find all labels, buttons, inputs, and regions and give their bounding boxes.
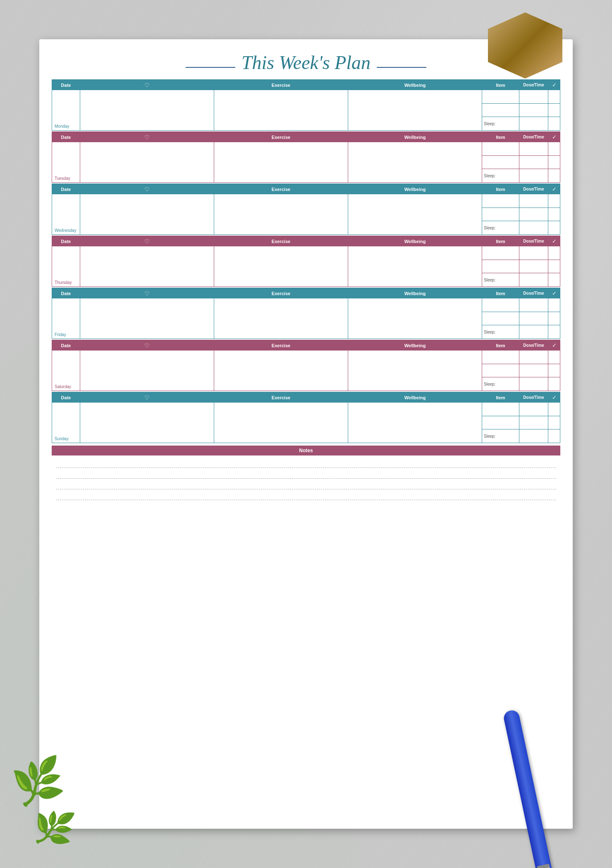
sleep-value[interactable]: [519, 325, 548, 339]
wellbeing-cell-monday[interactable]: [348, 90, 482, 130]
day-body-wednesday: Wednesday Sleep:: [52, 194, 560, 235]
mood-cell-saturday[interactable]: [80, 351, 214, 391]
day-section-monday: Date ♡ Exercise Wellbeing Item Dose/Time…: [52, 79, 560, 131]
title-line-left: [186, 67, 235, 68]
sleep-value[interactable]: [519, 169, 548, 182]
med-check-2[interactable]: [548, 104, 560, 117]
mood-cell-thursday[interactable]: [80, 246, 214, 286]
med-item-1[interactable]: [482, 194, 519, 207]
med-check-2[interactable]: [548, 260, 560, 273]
exercise-cell-saturday[interactable]: [214, 351, 348, 391]
med-item-2[interactable]: [482, 104, 519, 117]
med-item-2[interactable]: [482, 416, 519, 429]
med-dose-1[interactable]: [519, 403, 548, 416]
med-check-2[interactable]: [548, 312, 560, 325]
day-name-monday: Monday: [55, 124, 77, 129]
med-item-2[interactable]: [482, 260, 519, 273]
note-line[interactable]: [56, 469, 556, 479]
med-dose-1[interactable]: [519, 90, 548, 103]
date-cell-thursday[interactable]: Thursday: [52, 246, 80, 286]
med-check-1[interactable]: [548, 351, 560, 364]
med-dose-1[interactable]: [519, 246, 548, 260]
wellbeing-cell-thursday[interactable]: [348, 246, 482, 286]
med-check-2[interactable]: [548, 208, 560, 221]
wellbeing-cell-tuesday[interactable]: [348, 142, 482, 182]
day-body-friday: Friday Sleep:: [52, 298, 560, 339]
sleep-check[interactable]: [548, 117, 560, 130]
sleep-check[interactable]: [548, 377, 560, 391]
med-item-2[interactable]: [482, 364, 519, 377]
exercise-cell-thursday[interactable]: [214, 246, 348, 286]
date-cell-wednesday[interactable]: Wednesday: [52, 194, 80, 234]
med-item-1[interactable]: [482, 246, 519, 260]
mood-cell-wednesday[interactable]: [80, 194, 214, 234]
mood-cell-tuesday[interactable]: [80, 142, 214, 182]
date-cell-tuesday[interactable]: Tuesday: [52, 142, 80, 182]
sleep-check[interactable]: [548, 429, 560, 443]
med-check-2[interactable]: [548, 156, 560, 169]
sleep-value[interactable]: [519, 273, 548, 286]
date-cell-friday[interactable]: Friday: [52, 298, 80, 339]
note-line[interactable]: [56, 490, 556, 500]
med-item-2[interactable]: [482, 208, 519, 221]
med-dose-2[interactable]: [519, 208, 548, 221]
med-dose-2[interactable]: [519, 364, 548, 377]
med-dose-2[interactable]: [519, 416, 548, 429]
header-item-thursday: Item: [482, 236, 519, 246]
med-dose-1[interactable]: [519, 298, 548, 312]
med-row-3-friday: Sleep:: [482, 325, 560, 339]
med-dose-1[interactable]: [519, 194, 548, 207]
note-line[interactable]: [56, 458, 556, 468]
med-check-1[interactable]: [548, 246, 560, 260]
med-dose-2[interactable]: [519, 260, 548, 273]
header-item-saturday: Item: [482, 340, 519, 351]
mood-cell-sunday[interactable]: [80, 403, 214, 443]
med-dose-1[interactable]: [519, 351, 548, 364]
med-item-1[interactable]: [482, 298, 519, 312]
sleep-value[interactable]: [519, 429, 548, 443]
med-item-1[interactable]: [482, 142, 519, 155]
note-line[interactable]: [56, 479, 556, 489]
exercise-cell-monday[interactable]: [214, 90, 348, 130]
med-check-1[interactable]: [548, 298, 560, 312]
mood-cell-friday[interactable]: [80, 298, 214, 339]
med-item-1[interactable]: [482, 403, 519, 416]
date-cell-sunday[interactable]: Sunday: [52, 403, 80, 443]
date-cell-saturday[interactable]: Saturday: [52, 351, 80, 391]
exercise-cell-friday[interactable]: [214, 298, 348, 339]
sleep-value[interactable]: [519, 117, 548, 130]
med-dose-2[interactable]: [519, 312, 548, 325]
med-item-1[interactable]: [482, 351, 519, 364]
wellbeing-cell-saturday[interactable]: [348, 351, 482, 391]
med-item-1[interactable]: [482, 90, 519, 103]
sleep-check[interactable]: [548, 169, 560, 182]
med-check-2[interactable]: [548, 416, 560, 429]
med-check-1[interactable]: [548, 142, 560, 155]
med-dose-1[interactable]: [519, 142, 548, 155]
date-cell-monday[interactable]: Monday: [52, 90, 80, 130]
sleep-check[interactable]: [548, 273, 560, 286]
wellbeing-cell-sunday[interactable]: [348, 403, 482, 443]
sleep-check[interactable]: [548, 221, 560, 234]
day-header-saturday: Date ♡ Exercise Wellbeing Item Dose/Time…: [52, 340, 560, 351]
exercise-cell-tuesday[interactable]: [214, 142, 348, 182]
mood-cell-monday[interactable]: [80, 90, 214, 130]
med-dose-2[interactable]: [519, 104, 548, 117]
med-dose-2[interactable]: [519, 156, 548, 169]
med-check-2[interactable]: [548, 364, 560, 377]
med-check-1[interactable]: [548, 403, 560, 416]
page-title: This Week's Plan: [241, 52, 371, 74]
wellbeing-cell-friday[interactable]: [348, 298, 482, 339]
sleep-value[interactable]: [519, 221, 548, 234]
med-check-1[interactable]: [548, 194, 560, 207]
day-header-friday: Date ♡ Exercise Wellbeing Item Dose/Time…: [52, 288, 560, 298]
med-item-2[interactable]: [482, 312, 519, 325]
exercise-cell-sunday[interactable]: [214, 403, 348, 443]
med-item-2[interactable]: [482, 156, 519, 169]
med-check-1[interactable]: [548, 90, 560, 103]
exercise-cell-wednesday[interactable]: [214, 194, 348, 234]
sleep-check[interactable]: [548, 325, 560, 339]
wellbeing-cell-wednesday[interactable]: [348, 194, 482, 234]
sleep-value[interactable]: [519, 377, 548, 391]
header-mood-wednesday: ♡: [80, 184, 214, 194]
